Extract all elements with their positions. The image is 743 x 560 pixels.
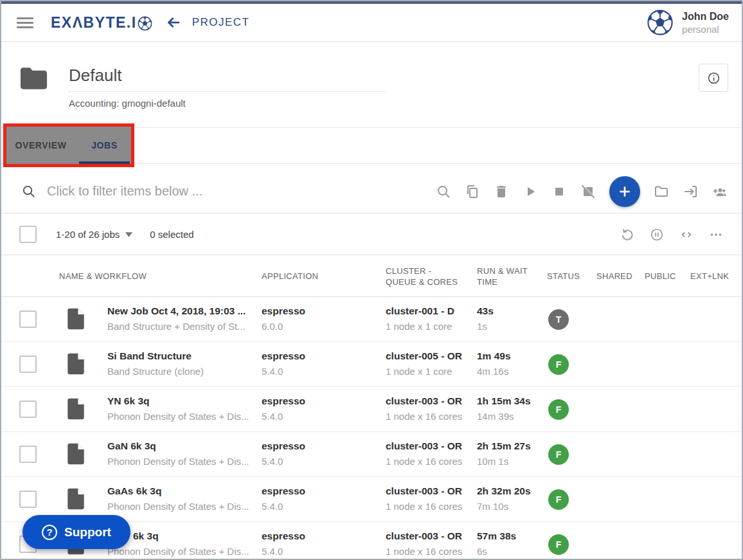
job-application: espresso <box>262 395 305 407</box>
plus-icon <box>616 183 633 200</box>
selection-bar: 1-20 of 26 jobs 0 selected <box>1 214 742 255</box>
job-workflow: Band Structure (clone) <box>107 366 259 377</box>
share-with-users-icon[interactable] <box>712 184 727 199</box>
job-app-version: 5.4.0 <box>262 546 305 557</box>
run-icon[interactable] <box>523 184 538 199</box>
window-top-strip <box>1 1 742 4</box>
move-to-folder-icon[interactable] <box>654 184 669 199</box>
table-row[interactable]: GaN 6k 3q Phonon Density of States + Dis… <box>1 432 742 477</box>
job-workflow: Band Structure + Density of St... <box>107 321 259 332</box>
job-cores: 1 node x 16 cores <box>386 456 462 467</box>
table-row[interactable]: New Job Oct 4, 2018, 19:03 ... Band Stru… <box>1 297 742 342</box>
chevron-down-icon <box>125 232 132 237</box>
table-row[interactable]: YN 6k 3q Phonon Density of States + Dis.… <box>1 387 742 432</box>
job-workflow: Phonon Density of States + Dis... <box>107 456 259 467</box>
search-icon <box>21 184 36 199</box>
help-icon: ? <box>42 525 57 540</box>
support-label: Support <box>64 525 111 539</box>
row-checkbox[interactable] <box>19 311 37 328</box>
terminate-icon[interactable] <box>580 184 596 199</box>
status-badge: F <box>548 399 569 420</box>
job-name: GaN 6k 3q <box>107 440 259 452</box>
job-app-version: 5.4.0 <box>262 366 305 377</box>
job-application: espresso <box>262 530 305 542</box>
job-cores: 1 node x 16 cores <box>386 411 462 422</box>
job-wait-time: 14m 39s <box>477 411 531 422</box>
user-menu[interactable]: John Doe personal <box>647 9 729 36</box>
job-file-icon <box>66 397 85 421</box>
code-icon[interactable] <box>679 228 694 242</box>
job-run-time: 1h 15m 34s <box>477 395 531 407</box>
job-name: New Job Oct 4, 2018, 19:03 ... <box>107 305 259 317</box>
list-toolbar <box>620 228 723 242</box>
filter-input[interactable] <box>47 184 323 199</box>
title-divider <box>69 91 385 92</box>
job-cluster: cluster-001 - D <box>386 305 454 317</box>
info-button[interactable] <box>699 64 728 92</box>
table-header: NAME & WORKFLOW APPLICATION CLUSTER - QU… <box>1 255 742 297</box>
row-checkbox[interactable] <box>19 356 37 373</box>
exabyte-logo[interactable]: EXΛBYTE.I <box>51 14 152 32</box>
avatar[interactable] <box>647 9 674 36</box>
support-button[interactable]: ? Support <box>22 515 130 549</box>
selected-count: 0 selected <box>150 229 193 240</box>
pause-icon[interactable] <box>650 228 664 242</box>
menu-icon[interactable] <box>17 15 33 31</box>
exit-to-app-icon[interactable] <box>683 184 698 199</box>
project-header: Default Accounting: gmogni-default <box>1 42 742 117</box>
tab-jobs[interactable]: JOBS <box>79 127 130 164</box>
back-arrow-icon[interactable] <box>165 14 182 31</box>
job-cluster: cluster-003 - OR <box>386 485 462 497</box>
job-cores: 1 node x 1 core <box>386 366 462 377</box>
tab-overview[interactable]: OVERVIEW <box>6 127 75 164</box>
job-run-time: 2h 15m 27s <box>477 440 531 452</box>
job-cores: 1 node x 1 core <box>386 321 454 332</box>
column-header[interactable]: NAME & WORKFLOW <box>59 271 147 281</box>
job-workflow: Phonon Density of States + Dis... <box>107 411 259 422</box>
column-header[interactable]: CLUSTER - QUEUE & CORES <box>386 266 461 287</box>
logo-text: EXΛBYTE.I <box>51 14 137 32</box>
column-header[interactable]: RUN & WAIT TIME <box>477 266 533 287</box>
column-header[interactable]: PUBLIC <box>645 271 676 281</box>
row-checkbox[interactable] <box>19 491 37 508</box>
column-header[interactable]: STATUS <box>547 271 580 281</box>
table-row[interactable]: Si Band Structure Band Structure (clone)… <box>1 342 742 387</box>
job-file-icon <box>66 487 85 511</box>
job-app-version: 6.0.0 <box>262 321 305 332</box>
column-header[interactable]: SHARED <box>596 271 632 281</box>
job-wait-time: 6s <box>477 546 516 557</box>
column-header[interactable]: APPLICATION <box>262 271 318 281</box>
search-jobs-icon[interactable] <box>436 184 451 199</box>
app-bar: EXΛBYTE.I PROJECT <box>1 4 742 42</box>
job-wait-time: 4m 16s <box>477 366 511 377</box>
filter-bar <box>1 170 742 213</box>
refresh-icon[interactable] <box>620 228 634 242</box>
job-app-version: 5.4.0 <box>262 501 305 512</box>
select-all-checkbox[interactable] <box>19 226 37 243</box>
stop-icon[interactable] <box>551 184 567 199</box>
copy-icon[interactable] <box>465 184 480 199</box>
column-header[interactable]: EXT+LNK <box>690 271 729 281</box>
job-application: espresso <box>262 485 305 497</box>
job-cores: 1 node x 16 cores <box>386 546 462 557</box>
row-checkbox[interactable] <box>19 401 37 418</box>
job-run-time: 2h 32m 20s <box>477 485 531 497</box>
folder-icon <box>19 66 49 91</box>
soccer-ball-icon <box>138 16 152 31</box>
row-checkbox[interactable] <box>19 446 37 463</box>
breadcrumb: PROJECT <box>192 16 250 29</box>
project-title[interactable]: Default <box>69 66 385 86</box>
job-file-icon <box>66 442 85 466</box>
status-badge: F <box>548 534 569 555</box>
delete-icon[interactable] <box>494 184 509 199</box>
job-file-icon <box>66 307 85 331</box>
job-application: espresso <box>262 305 305 317</box>
job-application: espresso <box>262 440 305 452</box>
more-icon[interactable] <box>709 228 723 242</box>
create-new-button[interactable] <box>609 176 640 207</box>
job-workflow: Phonon Density of States + Dis... <box>107 501 259 512</box>
job-wait-time: 1s <box>477 321 494 332</box>
pagination-dropdown[interactable]: 1-20 of 26 jobs <box>56 229 132 240</box>
active-tab-underline <box>79 161 130 164</box>
status-badge: T <box>548 309 569 330</box>
